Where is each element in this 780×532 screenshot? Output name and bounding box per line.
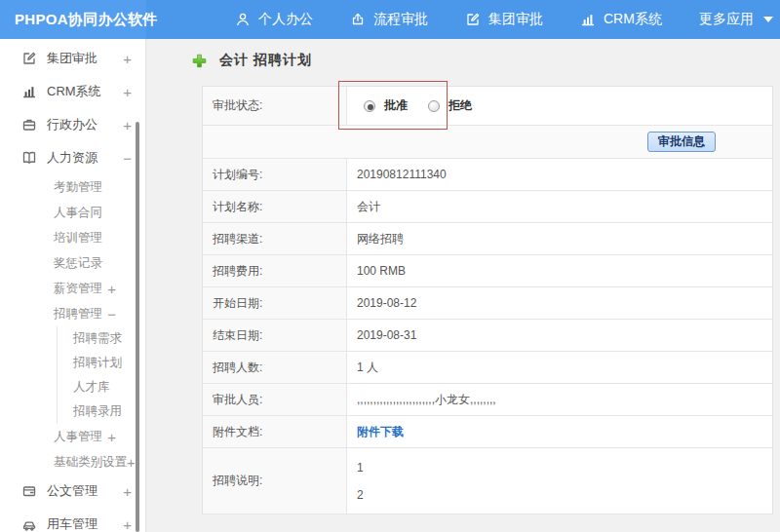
sidebar-item-rewards[interactable]: 奖惩记录: [0, 250, 145, 276]
expand-icon[interactable]: +: [123, 117, 132, 133]
nav-label: 个人办公: [258, 11, 313, 28]
page-title: 会计 招聘计划: [192, 52, 312, 69]
expand-icon[interactable]: +: [123, 483, 132, 500]
field-value: 1 人: [347, 352, 772, 383]
expand-icon[interactable]: +: [107, 429, 116, 445]
sidebar-item-personnel[interactable]: 人事管理 +: [0, 424, 145, 449]
sidebar-item-group-approval[interactable]: 集团审批 +: [0, 42, 145, 75]
caret-down-icon: [763, 17, 773, 22]
field-label: 审批人员:: [203, 384, 347, 415]
row-recruit-description: 招聘说明: 1 2: [203, 448, 772, 514]
row-approve-button: 审批信息: [203, 126, 772, 159]
row-plan-name: 计划名称: 会计: [203, 191, 772, 223]
expand-icon[interactable]: +: [127, 454, 136, 471]
app-window: PHPOA协同办公软件 个人办公 流程审批: [0, 0, 780, 532]
recruit-plan-detail-table: 审批状态: 批准 拒绝 审批信息 计划编号: 20190812111340 计划…: [202, 86, 773, 514]
sidebar-item-talent-pool[interactable]: 人才库: [58, 375, 145, 399]
nav-label: 集团审批: [488, 11, 543, 28]
sidebar-item-admin-office[interactable]: 行政办公 +: [0, 108, 145, 141]
row-plan-number: 计划编号: 20190812111340: [203, 159, 772, 191]
sidebar-item-hr[interactable]: 人力资源 −: [0, 141, 145, 174]
sidebar-item-attendance[interactable]: 考勤管理: [0, 174, 145, 200]
field-label: 审批状态:: [203, 87, 347, 125]
sidebar-item-recruit-plan[interactable]: 招聘计划: [58, 351, 145, 375]
approval-status-radio-group: 批准 拒绝: [357, 97, 484, 114]
field-value: 会计: [347, 191, 772, 222]
nav-label: 流程审批: [373, 11, 428, 28]
top-nav: 个人办公 流程审批 集团审批: [216, 0, 780, 39]
app-logo: PHPOA协同办公软件: [0, 0, 146, 39]
field-value: 1 2: [347, 448, 772, 513]
sidebar-item-training[interactable]: 培训管理: [0, 225, 145, 250]
field-label: 结束日期:: [203, 320, 347, 351]
collapse-icon[interactable]: −: [107, 306, 116, 323]
sidebar-item-documents[interactable]: 公文管理 +: [0, 475, 145, 508]
nav-label: 更多应用: [699, 11, 754, 28]
expand-icon[interactable]: +: [123, 51, 132, 67]
recruitment-submenu: 招聘需求 招聘计划 人才库 招聘录用: [57, 326, 145, 424]
field-value: 网络招聘: [347, 223, 772, 254]
expand-icon[interactable]: +: [123, 84, 132, 100]
field-label: 招聘费用:: [203, 255, 347, 286]
edit-square-icon: [21, 51, 37, 66]
field-label: 附件文档:: [203, 416, 347, 447]
field-value: 2019-08-31: [347, 320, 772, 351]
radio-approve[interactable]: [364, 100, 375, 112]
edit-square-icon: [465, 12, 481, 27]
radio-approve-label[interactable]: 批准: [384, 97, 408, 114]
sidebar: 集团审批 + CRM系统 + 行政办公 +: [0, 39, 146, 532]
row-recruit-channel: 招聘渠道: 网络招聘: [203, 223, 772, 255]
nav-crm-system[interactable]: CRM系统: [562, 0, 681, 39]
row-attachment: 附件文档: 附件下载: [203, 416, 772, 448]
sidebar-item-vehicle[interactable]: 用车管理 +: [0, 508, 145, 532]
user-icon: [235, 12, 251, 27]
open-book-icon: [21, 150, 37, 166]
sidebar-item-recruit-hire[interactable]: 招聘录用: [58, 399, 145, 424]
car-icon: [21, 516, 37, 532]
row-end-date: 结束日期: 2019-08-31: [203, 320, 772, 352]
sidebar-item-crm[interactable]: CRM系统 +: [0, 75, 145, 108]
row-recruit-cost: 招聘费用: 100 RMB: [203, 255, 772, 287]
sidebar-item-recruitment[interactable]: 招聘管理 −: [0, 301, 145, 326]
field-label: 招聘渠道:: [203, 223, 347, 254]
field-label: 招聘人数:: [203, 352, 347, 383]
field-label: 计划名称:: [203, 191, 347, 222]
row-start-date: 开始日期: 2019-08-12: [203, 287, 772, 320]
field-value: 100 RMB: [347, 255, 772, 286]
expand-icon[interactable]: +: [107, 281, 116, 297]
field-value: 2019-08-12: [347, 287, 772, 319]
nav-group-approval[interactable]: 集团审批: [447, 0, 562, 39]
sidebar-scrollbar[interactable]: [136, 122, 139, 532]
field-label: 招聘说明:: [203, 448, 347, 513]
sidebar-item-recruit-demand[interactable]: 招聘需求: [58, 326, 145, 351]
field-value: 20190812111340: [347, 159, 772, 190]
sidebar-item-base-category[interactable]: 基础类别设置 +: [0, 449, 145, 475]
document-icon: [21, 483, 37, 499]
approve-info-button[interactable]: 审批信息: [647, 132, 716, 152]
sidebar-item-salary[interactable]: 薪资管理 +: [0, 276, 145, 301]
green-plus-icon: [192, 54, 207, 68]
field-label: 开始日期:: [203, 287, 347, 319]
row-recruit-count: 招聘人数: 1 人: [203, 352, 772, 384]
field-value: ,,,,,,,,,,,,,,,,,,,,,,,,小龙女,,,,,,,,: [347, 384, 772, 415]
nav-label: CRM系统: [604, 11, 662, 28]
row-approvers: 审批人员: ,,,,,,,,,,,,,,,,,,,,,,,,小龙女,,,,,,,…: [203, 384, 772, 416]
nav-more-apps[interactable]: 更多应用: [681, 0, 780, 39]
page-title-text: 会计 招聘计划: [219, 52, 312, 69]
collapse-icon[interactable]: −: [123, 150, 132, 167]
bar-chart-icon: [21, 84, 37, 99]
nav-flow-approval[interactable]: 流程审批: [332, 0, 447, 39]
row-approval-status: 审批状态: 批准 拒绝: [203, 87, 772, 126]
bar-chart-icon: [580, 12, 596, 27]
expand-icon[interactable]: +: [123, 516, 132, 532]
radio-reject[interactable]: [428, 100, 440, 112]
nav-personal-office[interactable]: 个人办公: [216, 0, 332, 39]
briefcase-icon: [21, 117, 37, 133]
sidebar-item-hr-contract[interactable]: 人事合同: [0, 200, 145, 225]
radio-reject-label[interactable]: 拒绝: [448, 97, 472, 114]
attachment-download-link[interactable]: 附件下载: [357, 424, 404, 440]
topbar: PHPOA协同办公软件 个人办公 流程审批: [0, 0, 780, 39]
flow-share-icon: [350, 12, 366, 27]
field-label: 计划编号:: [203, 159, 347, 190]
